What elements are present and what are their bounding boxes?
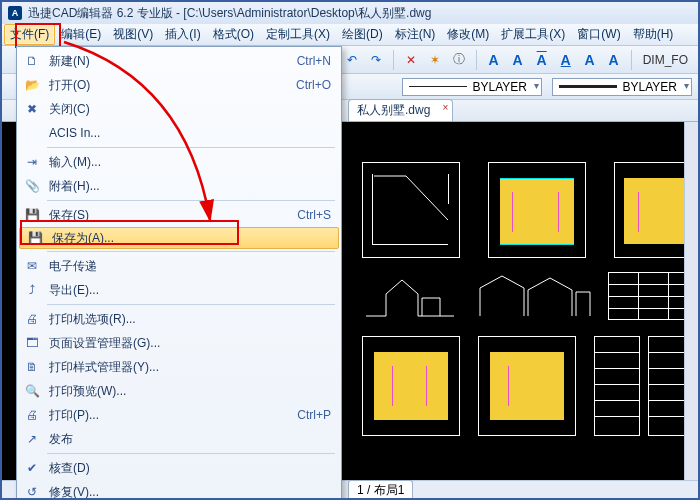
menu-item-shortcut: Ctrl+P [297, 408, 331, 422]
file-menu-item[interactable]: ⤴导出(E)... [17, 278, 341, 302]
menu-item-icon: 🗎 [21, 360, 43, 374]
menu-item-label: 打开(O) [43, 77, 296, 94]
menu-window[interactable]: 窗口(W) [571, 24, 626, 45]
menu-item-label: 电子传递 [43, 258, 331, 275]
menu-item-icon: ↺ [21, 485, 43, 499]
menu-format[interactable]: 格式(O) [207, 24, 260, 45]
menu-view[interactable]: 视图(V) [107, 24, 159, 45]
file-menu-item[interactable]: 💾保存为(A)... [19, 227, 339, 249]
menu-item-icon: 💾 [21, 208, 43, 222]
file-menu-item[interactable]: 🗎打印样式管理器(Y)... [17, 355, 341, 379]
menu-item-label: ACIS In... [43, 126, 331, 140]
file-menu-item[interactable]: 🗔页面设置管理器(G)... [17, 331, 341, 355]
linetype-dropdown-2[interactable]: BYLAYER [552, 78, 692, 96]
menu-item-icon: 🖨 [21, 312, 43, 326]
textstyle-a-4[interactable]: A [556, 52, 576, 68]
menu-separator [47, 304, 335, 305]
textstyle-a-1[interactable]: A [484, 52, 504, 68]
menu-item-icon: ✖ [21, 102, 43, 116]
lineweight-line-preview [559, 85, 617, 88]
menu-item-label: 附着(H)... [43, 178, 331, 195]
menu-item-icon: ⤴ [21, 283, 43, 297]
menu-item-label: 保存为(A)... [46, 230, 328, 247]
menu-bar: 文件(F) 编辑(E) 视图(V) 插入(I) 格式(O) 定制工具(X) 绘图… [2, 24, 698, 46]
linetype-dropdown-1[interactable]: BYLAYER [402, 78, 542, 96]
title-bar: A 迅捷CAD编辑器 6.2 专业版 - [C:\Users\Administr… [2, 2, 698, 24]
undo-icon[interactable]: ↶ [342, 50, 362, 70]
menu-item-shortcut: Ctrl+N [297, 54, 331, 68]
redo-icon[interactable]: ↷ [366, 50, 386, 70]
menu-draw[interactable]: 绘图(D) [336, 24, 389, 45]
menu-custom-tools[interactable]: 定制工具(X) [260, 24, 336, 45]
menu-item-icon: ✉ [21, 259, 43, 273]
menu-item-label: 修复(V)... [43, 484, 331, 501]
menu-item-icon: ↗ [21, 432, 43, 446]
info-icon[interactable]: ⓘ [449, 50, 469, 70]
layout-tab[interactable]: 1 / 布局1 [348, 480, 413, 500]
file-menu-item[interactable]: ↺修复(V)... [17, 480, 341, 500]
file-menu-item[interactable]: ✔核查(D) [17, 456, 341, 480]
doc-tab[interactable]: 私人别墅.dwg × [348, 99, 453, 121]
vertical-scrollbar[interactable] [684, 122, 698, 480]
menu-item-label: 打印机选项(R)... [43, 311, 331, 328]
menu-item-label: 页面设置管理器(G)... [43, 335, 331, 352]
menu-item-icon: 🗋 [21, 54, 43, 68]
menu-insert[interactable]: 插入(I) [159, 24, 206, 45]
title-text: 迅捷CAD编辑器 6.2 专业版 - [C:\Users\Administrat… [28, 5, 431, 22]
linetype-label-2: BYLAYER [623, 80, 677, 94]
app-icon: A [8, 6, 22, 20]
menu-separator [47, 147, 335, 148]
menu-item-icon: 💾 [24, 231, 46, 245]
menu-item-shortcut: Ctrl+S [297, 208, 331, 222]
file-menu-item[interactable]: 📎附着(H)... [17, 174, 341, 198]
menu-modify[interactable]: 修改(M) [441, 24, 495, 45]
file-menu-item[interactable]: 💾保存(S)Ctrl+S [17, 203, 341, 227]
textstyle-a-2[interactable]: A [508, 52, 528, 68]
linetype-line-preview [409, 86, 467, 87]
file-menu-item[interactable]: 🖨打印(P)...Ctrl+P [17, 403, 341, 427]
menu-item-icon: 📂 [21, 78, 43, 92]
menu-item-label: 关闭(C) [43, 101, 331, 118]
menu-item-label: 新建(N) [43, 53, 297, 70]
file-menu-item[interactable]: ✉电子传递 [17, 254, 341, 278]
menu-ext-tools[interactable]: 扩展工具(X) [495, 24, 571, 45]
menu-item-shortcut: Ctrl+O [296, 78, 331, 92]
file-menu-item[interactable]: 📂打开(O)Ctrl+O [17, 73, 341, 97]
dim-style-label: DIM_FO [639, 53, 692, 67]
file-menu-item[interactable]: 🔍打印预览(W)... [17, 379, 341, 403]
linetype-label-1: BYLAYER [473, 80, 527, 94]
menu-separator [47, 251, 335, 252]
toolbar-separator [631, 50, 632, 70]
textstyle-a-3[interactable]: A [532, 52, 552, 68]
menu-item-label: 打印预览(W)... [43, 383, 331, 400]
menu-item-icon: 🖨 [21, 408, 43, 422]
menu-file[interactable]: 文件(F) [4, 24, 55, 45]
close-tab-icon[interactable]: × [443, 102, 449, 113]
file-menu-item[interactable]: ✖关闭(C) [17, 97, 341, 121]
file-menu-item[interactable]: ↗发布 [17, 427, 341, 451]
file-menu-item[interactable]: 🖨打印机选项(R)... [17, 307, 341, 331]
menu-item-icon: 🔍 [21, 384, 43, 398]
menu-item-label: 发布 [43, 431, 331, 448]
file-menu-item[interactable]: ⇥输入(M)... [17, 150, 341, 174]
textstyle-a-6[interactable]: A [604, 52, 624, 68]
menu-item-icon: ⇥ [21, 155, 43, 169]
file-menu-item[interactable]: 🗋新建(N)Ctrl+N [17, 49, 341, 73]
menu-item-label: 输入(M)... [43, 154, 331, 171]
toolbar-separator [393, 50, 394, 70]
menu-item-label: 打印样式管理器(Y)... [43, 359, 331, 376]
menu-item-label: 核查(D) [43, 460, 331, 477]
menu-item-label: 打印(P)... [43, 407, 297, 424]
menu-edit[interactable]: 编辑(E) [55, 24, 107, 45]
menu-item-label: 保存(S) [43, 207, 297, 224]
spark-icon[interactable]: ✶ [425, 50, 445, 70]
doc-tab-label: 私人别墅.dwg [357, 103, 430, 117]
toolbar-separator [476, 50, 477, 70]
menu-item-icon: 🗔 [21, 336, 43, 350]
menu-help[interactable]: 帮助(H) [627, 24, 680, 45]
delete-icon[interactable]: ✕ [401, 50, 421, 70]
file-menu-item[interactable]: ACIS In... [17, 121, 341, 145]
textstyle-a-5[interactable]: A [580, 52, 600, 68]
menu-dim[interactable]: 标注(N) [389, 24, 442, 45]
menu-separator [47, 453, 335, 454]
